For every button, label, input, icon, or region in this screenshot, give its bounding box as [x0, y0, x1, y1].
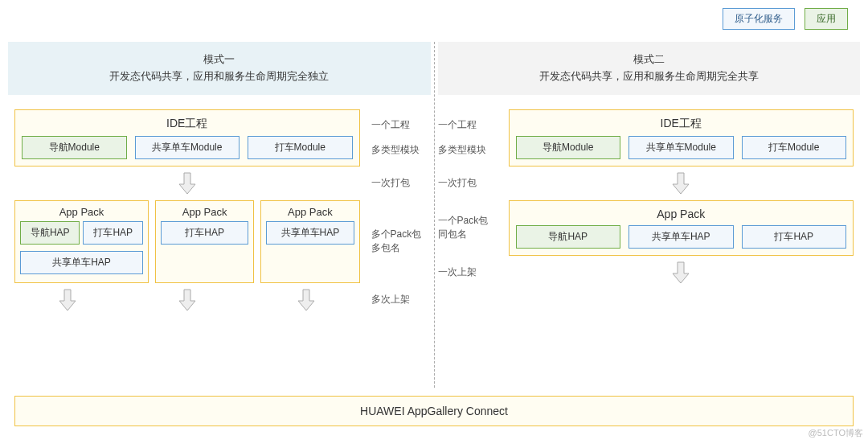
module-taxi-right: 打车Module — [742, 136, 847, 159]
app-pack-right-title: App Pack — [516, 208, 847, 220]
arrow-down-icon — [669, 261, 692, 285]
note-multi-pack-left: 多个Pack包多包名 — [366, 228, 431, 255]
arrow-down-icon — [176, 288, 199, 312]
hap-taxi: 打车HAP — [83, 221, 142, 245]
mode-two-column: 模式二 开发态代码共享，应用和服务生命周期完全共享 IDE工程 导航Module… — [438, 42, 861, 388]
app-pack-3-title: App Pack — [266, 206, 354, 218]
app-pack-1: App Pack 导航HAP 打车HAP 共享单车HAP — [14, 200, 149, 283]
app-pack-1-title: App Pack — [20, 206, 143, 218]
legend-atomic: 原子化服务 — [723, 8, 795, 30]
arrow-down-icon — [56, 288, 79, 312]
column-divider — [434, 42, 435, 388]
legend-app: 应用 — [805, 8, 848, 30]
note-one-publish-right: 一次上架 — [438, 265, 502, 279]
mode-two-desc: 开发态代码共享，应用和服务生命周期完全共享 — [444, 68, 854, 85]
app-pack-2-title: App Pack — [161, 206, 248, 218]
hap-bike-3: 共享单车HAP — [266, 221, 354, 245]
app-pack-right: App Pack 导航HAP 共享单车HAP 打车HAP — [509, 200, 854, 256]
arrow-down-icon — [176, 171, 199, 195]
packs-row-left: App Pack 导航HAP 打车HAP 共享单车HAP App Pack 打车… — [14, 200, 360, 283]
mode-two-title: 模式二 — [444, 51, 854, 68]
note-one-project-left: 一个工程 多类型模块 — [366, 118, 431, 157]
arrow-down-icon — [295, 288, 317, 312]
ide-block-left: IDE工程 导航Module 共享单车Module 打车Module — [14, 109, 360, 166]
hap-nav-right: 导航HAP — [516, 225, 621, 249]
hap-bike: 共享单车HAP — [20, 251, 143, 274]
hap-bike-right: 共享单车HAP — [628, 225, 734, 249]
mode-one-column: 模式一 开发态代码共享，应用和服务生命周期完全独立 IDE工程 导航Module… — [8, 42, 431, 388]
module-nav-right: 导航Module — [516, 136, 621, 159]
note-one-project-right: 一个工程 多类型模块 — [438, 118, 502, 157]
module-taxi-left: 打车Module — [248, 136, 353, 159]
mode-one-header: 模式一 开发态代码共享，应用和服务生命周期完全独立 — [8, 42, 431, 95]
hap-nav: 导航HAP — [20, 221, 80, 245]
note-one-build-left: 一次打包 — [366, 176, 431, 190]
ide-title-left: IDE工程 — [22, 117, 353, 131]
arrow-down-icon — [669, 171, 692, 195]
note-one-pack-right: 一个Pack包同包名 — [438, 214, 502, 241]
module-bike-left: 共享单车Module — [135, 136, 240, 159]
note-one-build-right: 一次打包 — [438, 176, 502, 190]
watermark: @51CTO博客 — [809, 427, 863, 439]
note-multi-publish-left: 多次上架 — [366, 293, 431, 306]
hap-taxi-right: 打车HAP — [742, 225, 847, 249]
module-bike-right: 共享单车Module — [628, 136, 734, 159]
hap-taxi-2: 打车HAP — [161, 221, 248, 245]
legend: 原子化服务 应用 — [723, 8, 848, 30]
ide-title-right: IDE工程 — [516, 117, 847, 131]
ide-block-right: IDE工程 导航Module 共享单车Module 打车Module — [509, 109, 854, 166]
appgallery-footer: HUAWEI AppGallery Connect — [14, 396, 854, 426]
app-pack-2: App Pack 打车HAP — [155, 200, 254, 283]
module-nav-left: 导航Module — [22, 136, 127, 159]
mode-one-desc: 开发态代码共享，应用和服务生命周期完全独立 — [14, 68, 424, 85]
mode-one-title: 模式一 — [14, 51, 424, 68]
app-pack-3: App Pack 共享单车HAP — [260, 200, 359, 283]
mode-two-header: 模式二 开发态代码共享，应用和服务生命周期完全共享 — [438, 42, 861, 95]
